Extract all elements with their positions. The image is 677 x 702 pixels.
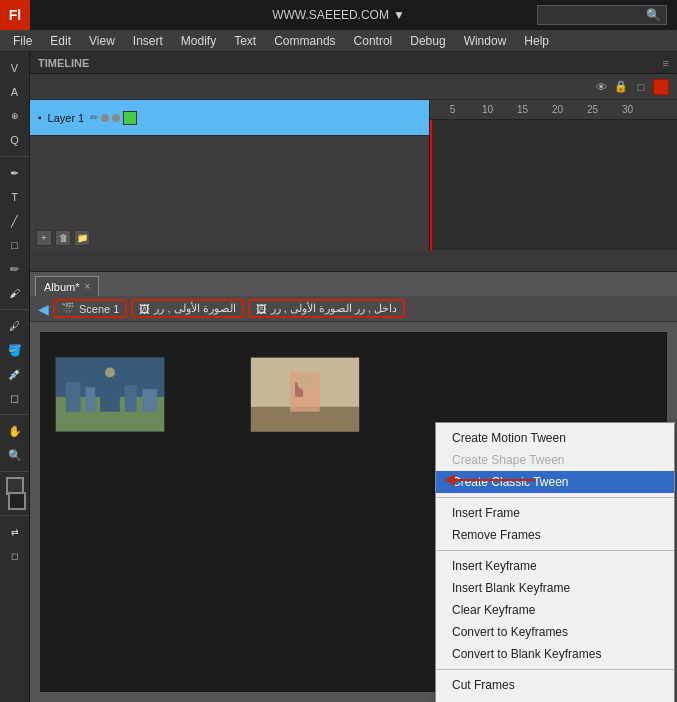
frame-5: 5 bbox=[435, 104, 470, 115]
tool-pen[interactable]: ✒ bbox=[4, 162, 26, 184]
lock-icon[interactable]: 🔒 bbox=[613, 79, 629, 95]
tool-separator-1 bbox=[0, 156, 29, 157]
tool-eyedropper[interactable]: 💉 bbox=[4, 363, 26, 385]
ctx-remove-frames[interactable]: Remove Frames bbox=[436, 524, 674, 546]
svg-rect-6 bbox=[142, 389, 157, 412]
ctx-convert-blank-keyframes[interactable]: Convert to Blank Keyframes bbox=[436, 643, 674, 665]
menu-modify[interactable]: Modify bbox=[173, 32, 224, 50]
outline-icon[interactable]: □ bbox=[633, 79, 649, 95]
menu-control[interactable]: Control bbox=[346, 32, 401, 50]
ctx-sep-1 bbox=[436, 497, 674, 498]
tool-hand[interactable]: ✋ bbox=[4, 420, 26, 442]
tab-album[interactable]: Album* × bbox=[35, 276, 99, 296]
symbol1-icon: 🖼 bbox=[139, 303, 150, 315]
add-folder-button[interactable]: 📁 bbox=[74, 230, 90, 246]
tool-pencil[interactable]: ✏ bbox=[4, 258, 26, 280]
context-menu: Create Motion Tween Create Shape Tween C… bbox=[435, 422, 675, 702]
breadcrumb-symbol2[interactable]: 🖼 داخل , رر الصورة الأولى , رر bbox=[248, 299, 405, 318]
main-layout: V A ⊕ Q ✒ T ╱ □ ✏ 🖌 🖋 🪣 💉 ◻ ✋ 🔍 ⇄ ◻ TIME… bbox=[0, 52, 677, 702]
menu-file[interactable]: File bbox=[5, 32, 40, 50]
ctx-copy-frames[interactable]: Copy Frames bbox=[436, 696, 674, 702]
menu-view[interactable]: View bbox=[81, 32, 123, 50]
ctx-convert-keyframes[interactable]: Convert to Keyframes bbox=[436, 621, 674, 643]
add-layer-button[interactable]: + bbox=[36, 230, 52, 246]
breadcrumb-scene[interactable]: 🎬 Scene 1 bbox=[53, 299, 127, 318]
tool-transform[interactable]: ⊕ bbox=[4, 105, 26, 127]
scene-tabs: Album* × bbox=[30, 272, 677, 296]
arrow-line bbox=[455, 479, 535, 481]
breadcrumb-symbol1[interactable]: 🖼 الصورة الأولى , رر bbox=[131, 299, 243, 318]
left-toolbar: V A ⊕ Q ✒ T ╱ □ ✏ 🖌 🖋 🪣 💉 ◻ ✋ 🔍 ⇄ ◻ bbox=[0, 52, 30, 702]
thumbnail-2[interactable] bbox=[250, 357, 360, 432]
tool-brush[interactable]: 🖌 bbox=[4, 282, 26, 304]
url-dropdown-icon[interactable]: ▼ bbox=[393, 8, 405, 22]
tool-eraser[interactable]: ◻ bbox=[4, 387, 26, 409]
frame-25: 25 bbox=[575, 104, 610, 115]
svg-rect-5 bbox=[125, 385, 137, 412]
ctx-clear-keyframe[interactable]: Clear Keyframe bbox=[436, 599, 674, 621]
tool-subselect[interactable]: A bbox=[4, 81, 26, 103]
ctx-insert-blank-keyframe[interactable]: Insert Blank Keyframe bbox=[436, 577, 674, 599]
tool-rect[interactable]: □ bbox=[4, 234, 26, 256]
eye-icon[interactable]: 👁 bbox=[593, 79, 609, 95]
timeline-frames: 5 10 15 20 25 30 bbox=[430, 100, 677, 250]
menu-commands[interactable]: Commands bbox=[266, 32, 343, 50]
symbol2-icon: 🖼 bbox=[256, 303, 267, 315]
tool-separator-4 bbox=[0, 471, 29, 472]
breadcrumb-back-icon[interactable]: ◀ bbox=[38, 301, 49, 317]
ctx-insert-frame[interactable]: Insert Frame bbox=[436, 502, 674, 524]
menu-edit[interactable]: Edit bbox=[42, 32, 79, 50]
tool-lasso[interactable]: Q bbox=[4, 129, 26, 151]
scene-icon: 🎬 bbox=[61, 302, 75, 315]
menu-text[interactable]: Text bbox=[226, 32, 264, 50]
breadcrumb: ◀ 🎬 Scene 1 🖼 الصورة الأولى , رر 🖼 داخل … bbox=[30, 296, 677, 322]
frame-ruler: 5 10 15 20 25 30 bbox=[430, 100, 677, 120]
tab-close-icon[interactable]: × bbox=[84, 281, 90, 292]
playhead bbox=[430, 120, 432, 250]
ctx-create-motion-tween[interactable]: Create Motion Tween bbox=[436, 427, 674, 449]
layer-lock-dot[interactable] bbox=[112, 114, 120, 122]
menu-debug[interactable]: Debug bbox=[402, 32, 453, 50]
layer-row[interactable]: ▪ Layer 1 ✏ bbox=[30, 100, 429, 136]
menu-help[interactable]: Help bbox=[516, 32, 557, 50]
frame-indicator bbox=[653, 79, 669, 95]
timeline-panel: TIMELINE ≡ 👁 🔒 □ ▪ Layer 1 ✏ bbox=[30, 52, 677, 272]
menu-bar: File Edit View Insert Modify Text Comman… bbox=[0, 30, 677, 52]
tool-line[interactable]: ╱ bbox=[4, 210, 26, 232]
symbol1-label: الصورة الأولى , رر bbox=[154, 302, 235, 315]
tool-fill-color[interactable] bbox=[8, 492, 26, 510]
layer-visibility-dot[interactable] bbox=[101, 114, 109, 122]
thumbnail-1[interactable] bbox=[55, 357, 165, 432]
tool-paintbucket[interactable]: 🪣 bbox=[4, 339, 26, 361]
tool-zoom[interactable]: 🔍 bbox=[4, 444, 26, 466]
scene-label: Scene 1 bbox=[79, 303, 119, 315]
tool-select[interactable]: V bbox=[4, 57, 26, 79]
stage-area: Create Motion Tween Create Shape Tween C… bbox=[30, 322, 677, 702]
layer-outline-square[interactable] bbox=[123, 111, 137, 125]
search-input[interactable] bbox=[543, 9, 646, 21]
menu-window[interactable]: Window bbox=[456, 32, 515, 50]
ctx-create-shape-tween[interactable]: Create Shape Tween bbox=[436, 449, 674, 471]
delete-layer-button[interactable]: 🗑 bbox=[55, 230, 71, 246]
ctx-insert-keyframe[interactable]: Insert Keyframe bbox=[436, 555, 674, 577]
menu-insert[interactable]: Insert bbox=[125, 32, 171, 50]
tool-text[interactable]: T bbox=[4, 186, 26, 208]
layer-type-icon: ▪ bbox=[38, 112, 42, 123]
timeline-body: ▪ Layer 1 ✏ + 🗑 📁 bbox=[30, 100, 677, 250]
tool-separator-3 bbox=[0, 414, 29, 415]
layer-edit-icon[interactable]: ✏ bbox=[90, 112, 98, 123]
frame-15: 15 bbox=[505, 104, 540, 115]
title-bar: Fl WWW.SAEEED.COM ▼ 🔍 bbox=[0, 0, 677, 30]
arrow-head-icon bbox=[445, 474, 455, 486]
layer-actions: ✏ bbox=[90, 111, 137, 125]
timeline-controls: 👁 🔒 □ bbox=[30, 74, 677, 100]
tool-default[interactable]: ◻ bbox=[4, 545, 26, 567]
timeline-collapse-icon[interactable]: ≡ bbox=[663, 57, 669, 69]
tool-swap[interactable]: ⇄ bbox=[4, 521, 26, 543]
tool-inkbottle[interactable]: 🖋 bbox=[4, 315, 26, 337]
app-url: WWW.SAEEED.COM bbox=[272, 8, 389, 22]
search-box[interactable]: 🔍 bbox=[537, 5, 667, 25]
search-icon: 🔍 bbox=[646, 8, 661, 22]
timeline-label: TIMELINE bbox=[38, 57, 89, 69]
ctx-cut-frames[interactable]: Cut Frames bbox=[436, 674, 674, 696]
